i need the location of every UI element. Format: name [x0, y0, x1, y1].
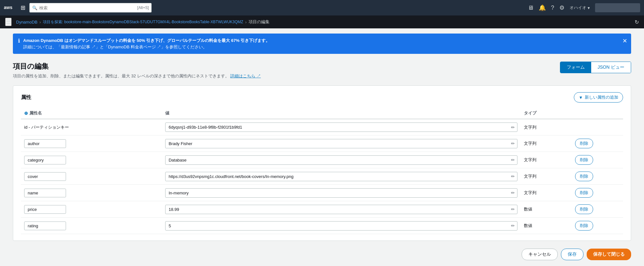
help-icon-btn[interactable]: ? [551, 5, 554, 11]
json-view-button[interactable]: JSON ビュー [591, 62, 631, 73]
delete-button-author-row[interactable]: 削除 [575, 139, 593, 148]
search-shortcut: [Alt+S] [137, 5, 149, 10]
region-selector[interactable]: オハイオ ▾ [570, 5, 590, 11]
form-view-button[interactable]: フォーム [560, 62, 591, 73]
attributes-table: ⊕ 属性名 値 タイプ id - パーティションキー✏文字列author✏文字列… [21, 108, 623, 234]
page-subtitle-text: 項目の属性を追加、削除、または編集できます。属性は、最大 32 レベルの深さまで… [13, 74, 229, 78]
nav-icons: 🖥 🔔 ? ⚙ オハイオ ▾ [528, 3, 640, 12]
attr-value-input-cover-row[interactable] [165, 172, 517, 181]
attributes-header: 属性 ▼ 新しい属性の追加 [21, 92, 623, 103]
main-content: ℹ Amazon DynamoDB はオンデマンドスループットの料金を 50% … [0, 28, 644, 266]
table-header-row: ⊕ 属性名 値 タイプ [21, 108, 623, 119]
attr-name-input-category-row[interactable]: category [24, 156, 66, 164]
attr-name-static-id-row: id - パーティションキー [24, 124, 159, 130]
breadcrumb-bar: ☰ DynamoDB › 項目を探索: bookstore-main-Books… [0, 15, 644, 28]
edit-icon-category-row[interactable]: ✏ [511, 157, 515, 163]
alert-banner: ℹ Amazon DynamoDB はオンデマンドスループットの料金を 50% … [13, 34, 631, 54]
edit-icon-author-row[interactable]: ✏ [511, 141, 515, 146]
attr-value-input-price-row[interactable] [165, 205, 517, 214]
attr-type-rating-row: 数値 [524, 223, 532, 228]
search-bar[interactable]: 🔍 [Alt+S] [29, 3, 152, 13]
refresh-button[interactable]: ↻ [635, 19, 639, 25]
add-attribute-label: 新しい属性の追加 [585, 94, 618, 100]
attr-type-cover-row: 文字列 [524, 174, 536, 179]
hamburger-menu[interactable]: ☰ [5, 18, 12, 26]
col-header-action [572, 108, 623, 119]
region-label: オハイオ [570, 5, 586, 11]
breadcrumb-current: 項目の編集 [249, 19, 270, 25]
edit-icon-id-row[interactable]: ✏ [511, 125, 515, 130]
bell-icon-btn[interactable]: 🔔 [539, 4, 546, 11]
chevron-down-icon: ▾ [588, 5, 590, 10]
attr-type-id-row: 文字列 [524, 125, 536, 130]
breadcrumb-sep-1: › [39, 20, 41, 25]
col-header-value: 値 [162, 108, 521, 119]
delete-button-category-row[interactable]: 削除 [575, 155, 593, 165]
edit-icon-price-row[interactable]: ✏ [511, 207, 515, 212]
attr-type-name-row: 文字列 [524, 190, 536, 195]
svg-text:aws: aws [4, 5, 13, 10]
edit-icon-name-row[interactable]: ✏ [511, 190, 515, 195]
edit-icon-rating-row[interactable]: ✏ [511, 223, 515, 228]
add-col-icon[interactable]: ⊕ [24, 111, 28, 116]
save-button[interactable]: 保存 [561, 249, 583, 260]
details-link[interactable]: 詳細はこちら ↗ [230, 74, 261, 78]
table-row: id - パーティションキー✏文字列 [21, 119, 623, 135]
page-subtitle: 項目の属性を追加、削除、または編集できます。属性は、最大 32 レベルの深さまで… [13, 73, 261, 79]
attr-value-input-rating-row[interactable] [165, 221, 517, 231]
account-selector[interactable] [595, 3, 640, 12]
attributes-title: 属性 [21, 94, 31, 101]
terminal-icon-btn[interactable]: 🖥 [528, 5, 534, 11]
breadcrumb-table[interactable]: 項目を探索: bookstore-main-BookstoreDynamoDBS… [43, 19, 243, 25]
view-toggle: フォーム JSON ビュー [560, 62, 631, 73]
save-close-button[interactable]: 保存して閉じる [587, 249, 631, 260]
breadcrumb-dynamodb[interactable]: DynamoDB [16, 20, 37, 25]
attr-name-input-price-row[interactable]: price [24, 205, 66, 214]
delete-button-rating-row[interactable]: 削除 [575, 221, 593, 231]
attr-type-price-row: 数値 [524, 207, 532, 212]
attr-name-input-author-row[interactable]: author [24, 139, 66, 148]
col-header-type: タイプ [521, 108, 572, 119]
attr-type-author-row: 文字列 [524, 141, 536, 146]
attr-value-input-author-row[interactable] [165, 139, 517, 148]
footer-actions: キャンセル 保存 保存して閉じる [13, 249, 631, 265]
search-icon: 🔍 [32, 5, 37, 10]
alert-text: Amazon DynamoDB はオンデマンドスループットの料金を 50% 引き… [23, 37, 270, 50]
info-icon: ℹ [18, 38, 20, 44]
settings-icon-btn[interactable]: ⚙ [559, 4, 564, 11]
attr-value-input-category-row[interactable] [165, 155, 517, 165]
alert-text-primary: Amazon DynamoDB はオンデマンドスループットの料金を 50% 引き… [23, 38, 270, 43]
attr-value-input-name-row[interactable] [165, 188, 517, 198]
attributes-panel: 属性 ▼ 新しい属性の追加 ⊕ 属性名 値 タイプ [13, 85, 631, 241]
attr-type-category-row: 文字列 [524, 157, 536, 162]
table-row: cover✏文字列削除 [21, 168, 623, 185]
alert-close-button[interactable]: ✕ [622, 37, 627, 44]
aws-logo: aws [4, 3, 17, 12]
alert-text-secondary: 詳細については、「最新情報の記事 ↗」と「DynamoDB 料金表ページ ↗」を… [23, 44, 207, 49]
table-row: price✏数値削除 [21, 201, 623, 218]
page-header: 項目の編集 項目の属性を追加、削除、または編集できます。属性は、最大 32 レベ… [13, 62, 631, 79]
attr-name-input-name-row[interactable]: name [24, 189, 66, 197]
attr-value-input-id-row[interactable] [165, 123, 517, 132]
breadcrumb-sep-2: › [245, 20, 246, 25]
attr-name-input-cover-row[interactable]: cover [24, 172, 66, 181]
table-row: author✏文字列削除 [21, 135, 623, 152]
col-header-name: ⊕ 属性名 [21, 108, 162, 119]
add-icon: ▼ [579, 95, 583, 100]
table-row: name✏文字列削除 [21, 185, 623, 201]
page-title: 項目の編集 [13, 62, 261, 71]
delete-button-cover-row[interactable]: 削除 [575, 172, 593, 181]
table-row: category✏文字列削除 [21, 152, 623, 168]
add-attribute-button[interactable]: ▼ 新しい属性の追加 [574, 92, 623, 103]
grid-icon[interactable]: ⊞ [21, 4, 25, 11]
search-input[interactable] [39, 5, 123, 10]
cancel-button[interactable]: キャンセル [522, 249, 558, 260]
attr-name-input-rating-row[interactable]: rating [24, 222, 66, 230]
delete-button-name-row[interactable]: 削除 [575, 188, 593, 198]
top-nav: aws ⊞ 🔍 [Alt+S] 🖥 🔔 ? ⚙ オハイオ ▾ [0, 0, 644, 15]
edit-icon-cover-row[interactable]: ✏ [511, 174, 515, 179]
table-row: rating✏数値削除 [21, 218, 623, 234]
delete-button-price-row[interactable]: 削除 [575, 204, 593, 214]
